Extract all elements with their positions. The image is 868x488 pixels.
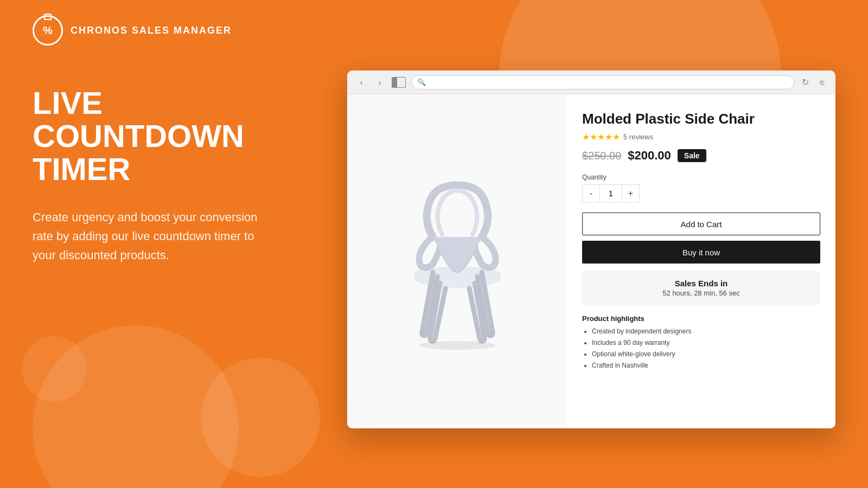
sale-price: $200.00: [628, 149, 671, 163]
highlights-title: Product highlights: [582, 314, 820, 323]
rating-stars: ★★★★★: [582, 132, 620, 142]
browser-toolbar: ‹ › 🔍 ↻ ⎋: [347, 70, 835, 94]
countdown-label: Sales Ends in: [590, 279, 813, 288]
product-image-area: [347, 94, 567, 428]
description: Create urgency and boost your conversion…: [33, 208, 266, 265]
brand-name: CHRONOS SALES MANAGER: [71, 25, 232, 36]
quantity-increase-button[interactable]: +: [622, 185, 639, 202]
quantity-value: 1: [600, 185, 622, 202]
sidebar-toggle-button[interactable]: [392, 77, 406, 88]
headline: LIVE COUNTDOWN TIMER: [33, 87, 266, 186]
search-icon: 🔍: [417, 78, 426, 86]
browser-window: ‹ › 🔍 ↻ ⎋: [347, 70, 835, 428]
add-to-cart-button[interactable]: Add to Cart: [582, 213, 820, 235]
headline-line2: TIMER: [33, 151, 130, 187]
quantity-decrease-button[interactable]: -: [583, 185, 600, 202]
countdown-box: Sales Ends in 52 hours, 28 min, 56 sec: [582, 271, 820, 305]
refresh-icon[interactable]: ↻: [800, 77, 810, 88]
product-image: [381, 158, 533, 364]
buy-now-button[interactable]: Buy it now: [582, 241, 820, 264]
product-title: Molded Plastic Side Chair: [582, 111, 820, 127]
back-button[interactable]: ‹: [355, 76, 368, 89]
logo-icon: %: [33, 15, 63, 46]
rating-row: ★★★★★ 5 reviews: [582, 132, 820, 142]
highlights-list: Created by independent designersIncludes…: [582, 327, 820, 370]
countdown-time: 52 hours, 28 min, 56 sec: [590, 289, 813, 297]
original-price: $250.00: [582, 150, 621, 162]
logo-symbol: %: [43, 24, 53, 37]
sale-badge: Sale: [678, 149, 706, 162]
list-item: Crafted in Nashville: [592, 361, 820, 370]
header: % CHRONOS SALES MANAGER: [33, 15, 232, 46]
quantity-control: - 1 +: [582, 184, 640, 203]
price-row: $250.00 $200.00 Sale: [582, 149, 820, 163]
headline-line1: LIVE COUNTDOWN: [33, 85, 244, 153]
product-details: Molded Plastic Side Chair ★★★★★ 5 review…: [567, 94, 835, 428]
browser-content: Molded Plastic Side Chair ★★★★★ 5 review…: [347, 94, 835, 428]
review-count: 5 reviews: [623, 133, 653, 141]
share-icon[interactable]: ⎋: [816, 76, 828, 88]
forward-button[interactable]: ›: [373, 76, 386, 89]
address-bar[interactable]: 🔍: [411, 75, 794, 89]
quantity-label: Quantity: [582, 174, 820, 181]
svg-point-1: [419, 341, 495, 350]
list-item: Optional white-glove delivery: [592, 350, 820, 359]
list-item: Includes a 90 day warranty: [592, 338, 820, 348]
list-item: Created by independent designers: [592, 327, 820, 336]
left-content: LIVE COUNTDOWN TIMER Create urgency and …: [33, 87, 266, 265]
